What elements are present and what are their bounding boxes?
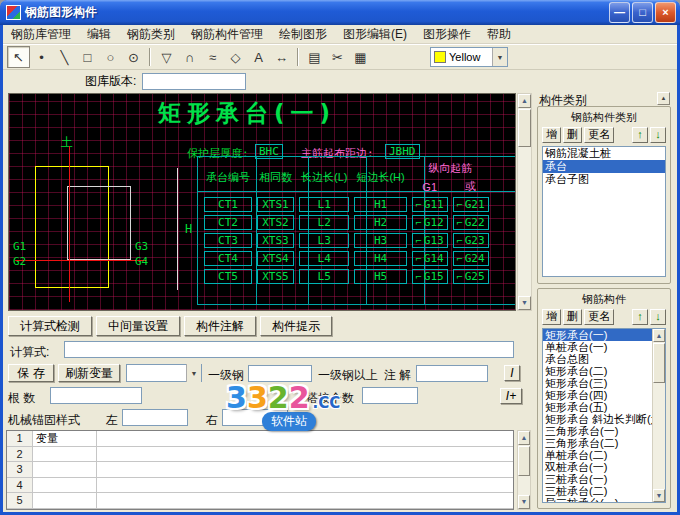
i-plus-button[interactable]: I+ <box>500 388 522 404</box>
menu-item-graphic-ops[interactable]: 图形操作 <box>415 25 479 44</box>
component-list-scrollbar[interactable]: ▲ ▼ <box>652 329 665 502</box>
component-move-down-button[interactable]: ↓ <box>650 309 666 325</box>
grid-cell[interactable] <box>33 462 97 477</box>
cut-tool-button[interactable]: ✂ <box>326 46 349 68</box>
menu-item-draw-graphic[interactable]: 绘制图形 <box>271 25 335 44</box>
grid-cell[interactable] <box>33 447 97 462</box>
component-item[interactable]: 单桩承台(二) <box>543 449 652 461</box>
scrollbar-thumb[interactable] <box>518 109 531 147</box>
grid-cell[interactable] <box>97 462 513 477</box>
toolbar: ↖ • ╲ □ ○ ⊙ ▽ ∩ ≈ ◇ A ↔ ▤ ✂ ▦ Yellow ▼ <box>3 44 677 70</box>
scroll-up-button[interactable]: ▲ <box>518 431 530 445</box>
text-tool-button[interactable]: A <box>247 46 270 68</box>
component-item[interactable]: 双桩承台(一) <box>543 461 652 473</box>
menu-item-graphic-edit[interactable]: 图形编辑(E) <box>335 25 415 44</box>
component-note-button[interactable]: 构件注解 <box>184 316 256 336</box>
lap-count-input[interactable] <box>362 387 418 404</box>
maximize-button[interactable]: □ <box>632 2 653 23</box>
scrollbar-thumb[interactable] <box>653 343 665 383</box>
curve-tool-button[interactable]: ≈ <box>201 46 224 68</box>
variable-grid[interactable]: 1 变量 2 3 4 5 <box>6 430 514 510</box>
category-delete-button[interactable]: 删 <box>563 127 582 143</box>
triangle-tool-button[interactable]: ▽ <box>155 46 178 68</box>
copy-tool-button[interactable]: ▤ <box>303 46 326 68</box>
scrollbar-thumb[interactable] <box>518 446 530 476</box>
point-tool-button[interactable]: • <box>30 46 53 68</box>
refresh-variables-button[interactable]: 刷新变量 <box>58 364 120 382</box>
component-item[interactable]: 矩形承台(三) <box>543 377 652 389</box>
anchor-left-input[interactable] <box>122 409 188 426</box>
category-move-down-button[interactable]: ↓ <box>650 127 666 143</box>
select-tool-button[interactable]: ↖ <box>7 46 30 68</box>
component-item[interactable]: 三角形承台(一) <box>543 425 652 437</box>
menu-item-edit[interactable]: 编辑 <box>79 25 119 44</box>
scroll-down-button[interactable]: ▼ <box>518 296 531 310</box>
scroll-down-button[interactable]: ▼ <box>653 489 665 502</box>
component-item[interactable]: 三桩承台(一) <box>543 473 652 485</box>
component-listbox[interactable]: 矩形承台(一) 单桩承台(一) 承台总图 矩形承台(二) 矩形承台(三) 矩形承… <box>542 328 666 503</box>
arc-tool-button[interactable]: ∩ <box>178 46 201 68</box>
component-item[interactable]: 矩形承台 斜边长判断(六 <box>543 413 652 425</box>
component-item-selected[interactable]: 矩形承台(一) <box>543 329 652 341</box>
circle-center-tool-button[interactable]: ⊙ <box>122 46 145 68</box>
cad-canvas[interactable]: 矩形承台(一) 保护层厚度: BHC 主筋起布距边: JBHD 土 G1 G2 … <box>8 93 516 311</box>
menu-item-help[interactable]: 帮助 <box>479 25 519 44</box>
circle-tool-button[interactable]: ○ <box>99 46 122 68</box>
component-move-up-button[interactable]: ↑ <box>632 309 648 325</box>
component-rename-button[interactable]: 更名 <box>584 309 614 325</box>
version-input[interactable] <box>142 73 246 90</box>
category-rename-button[interactable]: 更名 <box>584 127 614 143</box>
component-item[interactable]: 承台总图 <box>543 353 652 365</box>
menu-item-rebar-category[interactable]: 钢筋类别 <box>119 25 183 44</box>
note-input[interactable] <box>416 365 488 382</box>
grid-cell[interactable] <box>33 493 97 508</box>
grid-cell[interactable] <box>33 478 97 493</box>
component-item[interactable]: 单桩承台(一) <box>543 341 652 353</box>
formula-input[interactable] <box>64 341 514 358</box>
canvas-scrollbar[interactable]: ▲ ▼ <box>517 93 532 311</box>
title-bar[interactable]: 钢筋图形构件 — □ × <box>0 0 680 25</box>
grid-tool-button[interactable]: ▦ <box>349 46 372 68</box>
grid-scrollbar[interactable]: ▲ ▼ <box>517 430 531 510</box>
line-tool-button[interactable]: ╲ <box>53 46 76 68</box>
grid-cell[interactable] <box>97 493 513 508</box>
component-item[interactable]: 矩形承台(二) <box>543 365 652 377</box>
grid-cell[interactable] <box>97 431 513 446</box>
component-hint-button[interactable]: 构件提示 <box>260 316 332 336</box>
component-delete-button[interactable]: 删 <box>563 309 582 325</box>
category-listbox[interactable]: 钢筋混凝土桩 承台 承台子图 <box>542 146 666 277</box>
scroll-up-button[interactable]: ▲ <box>518 94 531 108</box>
steel-grade-dropdown[interactable]: ▼ <box>126 364 202 382</box>
formula-check-button[interactable]: 计算式检测 <box>8 316 92 336</box>
scroll-down-button[interactable]: ▼ <box>518 495 530 509</box>
menu-item-rebar-library[interactable]: 钢筋库管理 <box>3 25 79 44</box>
polygon-tool-button[interactable]: ◇ <box>224 46 247 68</box>
steel-grade-dropdown-arrow-icon[interactable]: ▼ <box>186 364 201 382</box>
component-add-button[interactable]: 增 <box>542 309 561 325</box>
grid-cell[interactable] <box>97 447 513 462</box>
component-item[interactable]: 异三桩承台(一) <box>543 497 652 503</box>
component-item[interactable]: 三角形承台(二) <box>543 437 652 449</box>
panel-scroll-up-button[interactable]: ▲ <box>657 92 670 105</box>
component-item[interactable]: 矩形承台(四) <box>543 389 652 401</box>
scroll-up-button[interactable]: ▲ <box>653 329 665 342</box>
rect-tool-button[interactable]: □ <box>76 46 99 68</box>
color-dropdown-arrow-icon[interactable]: ▼ <box>492 48 507 66</box>
dimension-tool-button[interactable]: ↔ <box>270 46 293 68</box>
save-button[interactable]: 保 存 <box>8 364 54 382</box>
component-item[interactable]: 矩形承台(五) <box>543 401 652 413</box>
component-item[interactable]: 三桩承台(二) <box>543 485 652 497</box>
category-item[interactable]: 钢筋混凝土桩 <box>543 147 665 160</box>
category-item-selected[interactable]: 承台 <box>543 160 665 173</box>
color-dropdown[interactable]: Yellow ▼ <box>430 47 508 67</box>
menu-item-component-manage[interactable]: 钢筋构件管理 <box>183 25 271 44</box>
close-button[interactable]: × <box>655 2 676 23</box>
grid-cell[interactable] <box>97 478 513 493</box>
i-button[interactable]: I <box>504 365 520 381</box>
count-input[interactable] <box>50 387 142 404</box>
category-move-up-button[interactable]: ↑ <box>632 127 648 143</box>
category-add-button[interactable]: 增 <box>542 127 561 143</box>
category-item[interactable]: 承台子图 <box>543 173 665 186</box>
minimize-button[interactable]: — <box>609 2 630 23</box>
middle-value-button[interactable]: 中间量设置 <box>96 316 180 336</box>
